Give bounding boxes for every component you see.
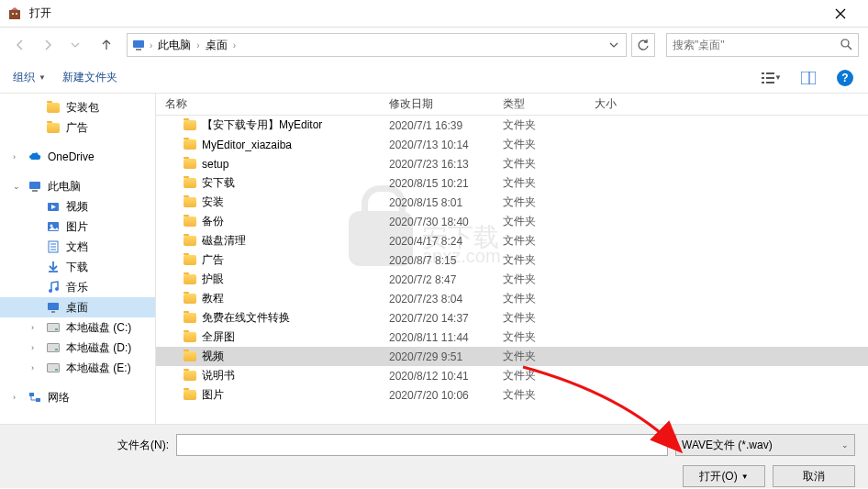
drive-icon <box>46 320 61 335</box>
tree-item-桌面[interactable]: 桌面 <box>0 297 155 317</box>
file-row[interactable]: 护眼2020/7/2 8:47文件夹 <box>156 270 868 289</box>
close-button[interactable] <box>820 1 861 27</box>
cancel-button[interactable]: 取消 <box>773 465 855 487</box>
file-type-filter[interactable]: WAVE文件 (*.wav) ⌄ <box>675 434 855 456</box>
tree-item-音乐[interactable]: 音乐 <box>0 277 155 297</box>
col-date[interactable]: 修改日期 <box>389 96 503 112</box>
file-row[interactable]: 图片2020/7/20 10:06文件夹 <box>156 385 868 405</box>
open-button[interactable]: 打开(O)▼ <box>683 465 765 487</box>
file-name: 图片 <box>202 387 224 403</box>
tree-item-本地磁盘 (D:)[interactable]: ›本地磁盘 (D:) <box>0 338 155 358</box>
pc-icon <box>28 179 42 194</box>
address-bar[interactable]: › 此电脑 › 桌面 › <box>127 33 627 57</box>
file-row[interactable]: 全屏图2020/8/11 11:44文件夹 <box>156 328 868 347</box>
col-name[interactable]: 名称 <box>156 96 389 112</box>
svg-rect-12 <box>762 77 764 79</box>
file-name: 安装 <box>202 194 224 210</box>
up-button[interactable] <box>95 34 117 56</box>
file-row[interactable]: 教程2020/7/23 8:04文件夹 <box>156 289 868 308</box>
tree-item-此电脑[interactable]: ⌄此电脑 <box>0 176 155 196</box>
svg-rect-33 <box>51 311 55 313</box>
chevron-icon: › <box>13 152 22 161</box>
file-row[interactable]: 安下载2020/8/15 10:21文件夹 <box>156 173 868 193</box>
file-row[interactable]: 【安下载专用】MyEditor2020/7/1 16:39文件夹 <box>156 116 868 135</box>
tree-item-label: 下载 <box>66 260 88 275</box>
chevron-icon: › <box>31 323 40 332</box>
breadcrumb-item[interactable]: 桌面 <box>204 38 229 53</box>
col-type[interactable]: 类型 <box>503 96 595 112</box>
file-type: 文件夹 <box>503 387 595 403</box>
svg-point-2 <box>12 13 14 15</box>
organize-button[interactable]: 组织 ▼ <box>13 70 46 85</box>
preview-button[interactable] <box>798 68 818 88</box>
filename-input[interactable] <box>176 434 668 456</box>
chevron-icon: › <box>31 343 40 352</box>
file-date: 2020/7/20 10:06 <box>389 389 503 402</box>
file-row[interactable]: 备份2020/7/30 18:40文件夹 <box>156 212 868 231</box>
tree-item-本地磁盘 (C:)[interactable]: ›本地磁盘 (C:) <box>0 317 155 338</box>
file-type: 文件夹 <box>503 329 595 345</box>
tree-item-广告[interactable]: 广告 <box>0 117 155 138</box>
file-name: 教程 <box>202 291 224 306</box>
onedrive-icon <box>28 150 42 164</box>
document-icon <box>46 239 61 254</box>
tree-item-label: 视频 <box>66 199 88 215</box>
tree-item-文档[interactable]: 文档 <box>0 237 155 257</box>
svg-rect-6 <box>133 40 144 48</box>
svg-rect-7 <box>136 49 141 50</box>
file-row[interactable]: MyEditor_xiazaiba2020/7/13 10:14文件夹 <box>156 135 868 154</box>
help-button[interactable]: ? <box>835 68 855 88</box>
file-row[interactable]: 说明书2020/8/12 10:41文件夹 <box>156 366 868 385</box>
recent-dropdown[interactable] <box>64 34 86 56</box>
svg-rect-34 <box>29 393 34 396</box>
address-dropdown[interactable] <box>606 34 622 56</box>
tree-item-本地磁盘 (E:)[interactable]: ›本地磁盘 (E:) <box>0 358 155 378</box>
back-button[interactable] <box>9 34 31 56</box>
svg-rect-32 <box>48 303 59 310</box>
view-button[interactable]: ▼ <box>762 68 782 88</box>
file-row[interactable]: 视频2020/7/29 9:51文件夹 <box>156 347 868 366</box>
breadcrumb-item[interactable]: 此电脑 <box>156 38 193 53</box>
file-row[interactable]: 安装2020/8/15 8:01文件夹 <box>156 193 868 212</box>
tree-item-OneDrive[interactable]: ›OneDrive <box>0 147 155 167</box>
file-name: 视频 <box>202 349 224 364</box>
tree-item-label: 网络 <box>48 390 70 406</box>
col-size[interactable]: 大小 <box>595 96 668 112</box>
picture-icon <box>46 219 61 234</box>
file-type: 文件夹 <box>503 117 595 133</box>
tree-item-图片[interactable]: 图片 <box>0 217 155 237</box>
navbar: › 此电脑 › 桌面 › <box>0 28 868 62</box>
refresh-button[interactable] <box>631 33 655 57</box>
search-box[interactable] <box>666 33 859 57</box>
svg-rect-13 <box>766 77 774 79</box>
folder-icon <box>184 313 196 323</box>
svg-line-9 <box>848 46 851 50</box>
svg-rect-18 <box>29 182 40 189</box>
tree-item-下载[interactable]: 下载 <box>0 257 155 277</box>
file-name: MyEditor_xiazaiba <box>202 139 292 151</box>
file-row[interactable]: 广告2020/8/7 8:15文件夹 <box>156 250 868 270</box>
breadcrumb-separator: › <box>233 40 236 50</box>
chevron-icon: › <box>31 363 40 372</box>
forward-button[interactable] <box>37 34 59 56</box>
folder-icon <box>184 332 196 342</box>
tree-item-网络[interactable]: ›网络 <box>0 387 155 407</box>
main-area: 安装包广告›OneDrive⌄此电脑视频图片文档下载音乐桌面›本地磁盘 (C:)… <box>0 94 868 424</box>
file-row[interactable]: 磁盘清理2020/4/17 8:24文件夹 <box>156 231 868 250</box>
file-row[interactable]: setup2020/7/23 16:13文件夹 <box>156 154 868 173</box>
svg-rect-19 <box>32 190 38 192</box>
dialog-title: 打开 <box>29 6 820 21</box>
search-input[interactable] <box>673 39 840 51</box>
tree-item-视频[interactable]: 视频 <box>0 196 155 217</box>
network-icon <box>28 390 42 405</box>
file-date: 2020/7/29 9:51 <box>389 350 503 363</box>
folder-icon <box>184 217 196 227</box>
svg-rect-14 <box>762 82 764 83</box>
new-folder-button[interactable]: 新建文件夹 <box>62 70 117 85</box>
breadcrumb-separator: › <box>150 40 152 50</box>
file-name: 备份 <box>202 214 224 229</box>
tree-item-安装包[interactable]: 安装包 <box>0 97 155 117</box>
file-row[interactable]: 免费在线文件转换2020/7/20 14:37文件夹 <box>156 308 868 328</box>
arrow-right-icon <box>40 38 55 52</box>
chevron-down-icon <box>609 40 618 50</box>
